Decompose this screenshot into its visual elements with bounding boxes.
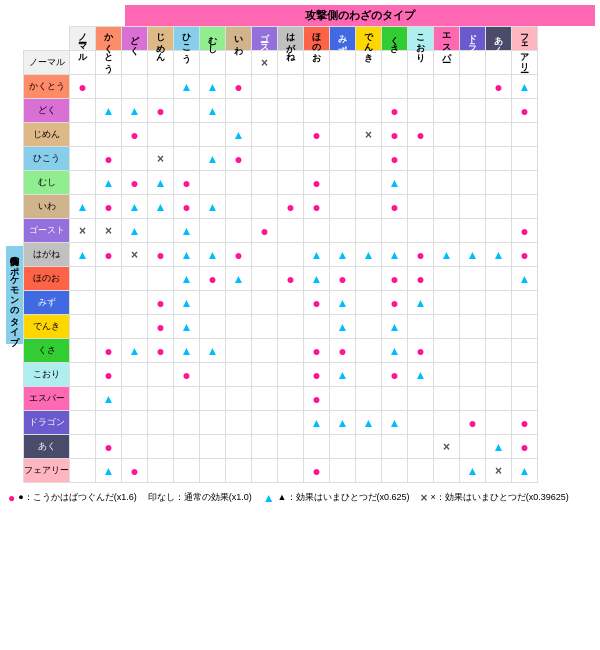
col-fairy: フェアリー (512, 27, 538, 51)
row-esper: エスパー ▲ ● (24, 387, 538, 411)
attack-header: 攻撃側のわざのタイプ (65, 5, 595, 26)
row-dragon: ドラゴン ▲ ▲ ▲ ▲ ● ● (24, 411, 538, 435)
col-kusa: くさ (382, 27, 408, 51)
row-kusa: くさ ● ▲ ● ▲ ▲ ● ● ▲ ● (24, 339, 538, 363)
row-hikou: ひこう ● × ▲ ● ● (24, 147, 538, 171)
col-hagane: はがね (278, 27, 304, 51)
row-hagane: はがね ▲ ● × ● ▲ ▲ ● ▲ ▲ ▲ ▲ ● ▲ ▲ ▲ (24, 243, 538, 267)
row-honoo: ほのお ▲ ● ▲ ● ▲ ● ● ● ▲ (24, 267, 538, 291)
row-fairy: フェアリー ▲ ● ● ▲ × ▲ (24, 459, 538, 483)
col-jimen: じめん (148, 27, 174, 51)
type-chart-table: ノーマル かくとう どく じめん ひこう むし いわ ゴースト はがね ほのお … (23, 26, 538, 483)
legend-none: 印なし：通常の効果(x1.0) (148, 491, 252, 504)
row-mushi: むし ▲ ● ▲ ● ● ▲ (24, 171, 538, 195)
row-aku: あく ● × ▲ ● (24, 435, 538, 459)
col-normal: ノーマル (70, 27, 96, 51)
legend-tri: ▲ ▲：効果はいまひとつだ(x0.625) (263, 491, 410, 504)
col-mizu: みず (330, 27, 356, 51)
col-doku: どく (122, 27, 148, 51)
col-dragon: ドラゴン (460, 27, 486, 51)
row-iwa: いわ ▲ ● ▲ ▲ ● ▲ ● ● ● (24, 195, 538, 219)
col-esper: エスパー (434, 27, 460, 51)
col-ghost: ゴースト (252, 27, 278, 51)
col-iwa: いわ (226, 27, 252, 51)
col-aku: あく (486, 27, 512, 51)
row-kakutou: かくとう ● ▲ ▲ ● ● ▲ (24, 75, 538, 99)
row-normal: ノーマル × (24, 51, 538, 75)
legend-cross: × ×：効果はいまひとつだ(x0.39625) (421, 491, 569, 504)
legend: ● ●：こうかはばつぐんだ(x1.6) 印なし：通常の効果(x1.0) ▲ ▲：… (5, 488, 595, 507)
col-denki: でんき (356, 27, 382, 51)
main-container: 攻撃側のわざのタイプ 防御側のポケモンのタイプ ノーマル かくとう どく じめん… (0, 0, 600, 512)
row-mizu: みず ● ▲ ● ▲ ● ▲ (24, 291, 538, 315)
col-honoo: ほのお (304, 27, 330, 51)
row-jimen: じめん ● ▲ ● × ● ● (24, 123, 538, 147)
legend-dot: ● ●：こうかはばつぐんだ(x1.6) (8, 491, 137, 504)
row-denki: でんき ● ▲ ▲ ▲ (24, 315, 538, 339)
col-hikou: ひこう (174, 27, 200, 51)
defense-label: 防御側のポケモンのタイプ (6, 246, 23, 344)
col-kakutou: かくとう (96, 27, 122, 51)
row-koori: こおり ● ● ● ▲ ● ▲ (24, 363, 538, 387)
col-mushi: むし (200, 27, 226, 51)
defense-label-container: 防御側のポケモンのタイプ (5, 106, 23, 483)
table-section: 防御側のポケモンのタイプ ノーマル かくとう どく じめん ひこう むし いわ … (5, 26, 595, 483)
row-ghost: ゴースト × × ▲ ▲ ● ● (24, 219, 538, 243)
col-koori: こおり (408, 27, 434, 51)
row-doku: どく ▲ ▲ ● ▲ ● ● (24, 99, 538, 123)
